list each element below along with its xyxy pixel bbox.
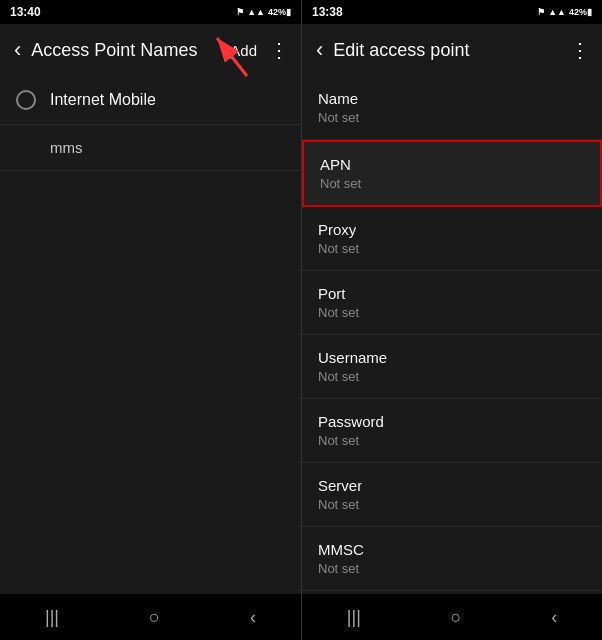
settings-label-mmsc: MMSC xyxy=(318,541,586,558)
settings-label-name: Name xyxy=(318,90,586,107)
page-title-right: Edit access point xyxy=(333,40,566,61)
mms-name: mms xyxy=(50,139,285,156)
access-point-list: Internet Mobile mms xyxy=(0,76,301,594)
signal-icon-left: ⚑ xyxy=(236,7,244,17)
internet-mobile-item[interactable]: Internet Mobile xyxy=(0,76,301,125)
settings-label-port: Port xyxy=(318,285,586,302)
settings-item-proxy[interactable]: ProxyNot set xyxy=(302,207,602,271)
battery-icon-left: 42%▮ xyxy=(268,7,291,17)
more-menu-button-right[interactable]: ⋮ xyxy=(566,32,594,68)
time-right: 13:38 xyxy=(312,5,343,19)
settings-item-password[interactable]: PasswordNot set xyxy=(302,399,602,463)
settings-item-server[interactable]: ServerNot set xyxy=(302,463,602,527)
mms-item[interactable]: mms xyxy=(0,125,301,171)
settings-item-username[interactable]: UsernameNot set xyxy=(302,335,602,399)
settings-value-mmsc: Not set xyxy=(318,561,586,576)
wifi-icon-left: ▲▲ xyxy=(247,7,265,17)
back-button-right[interactable]: ‹ xyxy=(310,31,329,69)
back-nav-icon[interactable]: ‹ xyxy=(250,607,256,628)
add-button[interactable]: Add xyxy=(222,36,265,65)
wifi-icon-right: ▲▲ xyxy=(548,7,566,17)
settings-list: NameNot setAPNNot setProxyNot setPortNot… xyxy=(302,76,602,594)
status-icons-left: ⚑ ▲▲ 42%▮ xyxy=(236,7,291,17)
status-bar-left: 13:40 ⚑ ▲▲ 42%▮ xyxy=(0,0,301,24)
settings-item-apn[interactable]: APNNot set xyxy=(302,140,602,207)
settings-value-apn: Not set xyxy=(320,176,584,191)
settings-label-proxy: Proxy xyxy=(318,221,586,238)
home-icon-right[interactable]: ○ xyxy=(451,607,462,628)
radio-button[interactable] xyxy=(16,90,36,110)
signal-icon-right: ⚑ xyxy=(537,7,545,17)
settings-label-password: Password xyxy=(318,413,586,430)
settings-value-name: Not set xyxy=(318,110,586,125)
home-icon[interactable]: ○ xyxy=(149,607,160,628)
settings-value-server: Not set xyxy=(318,497,586,512)
settings-item-name[interactable]: NameNot set xyxy=(302,76,602,140)
back-button-left[interactable]: ‹ xyxy=(8,31,27,69)
settings-label-username: Username xyxy=(318,349,586,366)
left-panel: 13:40 ⚑ ▲▲ 42%▮ ‹ Access Point Names Add… xyxy=(0,0,301,640)
settings-value-port: Not set xyxy=(318,305,586,320)
settings-label-server: Server xyxy=(318,477,586,494)
toolbar-right: ‹ Edit access point ⋮ xyxy=(302,24,602,76)
recent-apps-icon[interactable]: ||| xyxy=(45,607,59,628)
settings-item-port[interactable]: PortNot set xyxy=(302,271,602,335)
battery-icon-right: 42%▮ xyxy=(569,7,592,17)
settings-value-username: Not set xyxy=(318,369,586,384)
more-menu-button-left[interactable]: ⋮ xyxy=(265,32,293,68)
nav-bar-right: ||| ○ ‹ xyxy=(302,594,602,640)
back-nav-icon-right[interactable]: ‹ xyxy=(551,607,557,628)
status-icons-right: ⚑ ▲▲ 42%▮ xyxy=(537,7,592,17)
settings-value-password: Not set xyxy=(318,433,586,448)
settings-item-mmsc[interactable]: MMSCNot set xyxy=(302,527,602,591)
network-name: Internet Mobile xyxy=(50,91,156,109)
right-panel: 13:38 ⚑ ▲▲ 42%▮ ‹ Edit access point ⋮ Na… xyxy=(301,0,602,640)
page-title-left: Access Point Names xyxy=(31,40,222,61)
nav-bar-left: ||| ○ ‹ xyxy=(0,594,301,640)
settings-value-proxy: Not set xyxy=(318,241,586,256)
toolbar-left: ‹ Access Point Names Add ⋮ xyxy=(0,24,301,76)
time-left: 13:40 xyxy=(10,5,41,19)
recent-apps-icon-right[interactable]: ||| xyxy=(347,607,361,628)
settings-label-apn: APN xyxy=(320,156,584,173)
status-bar-right: 13:38 ⚑ ▲▲ 42%▮ xyxy=(302,0,602,24)
